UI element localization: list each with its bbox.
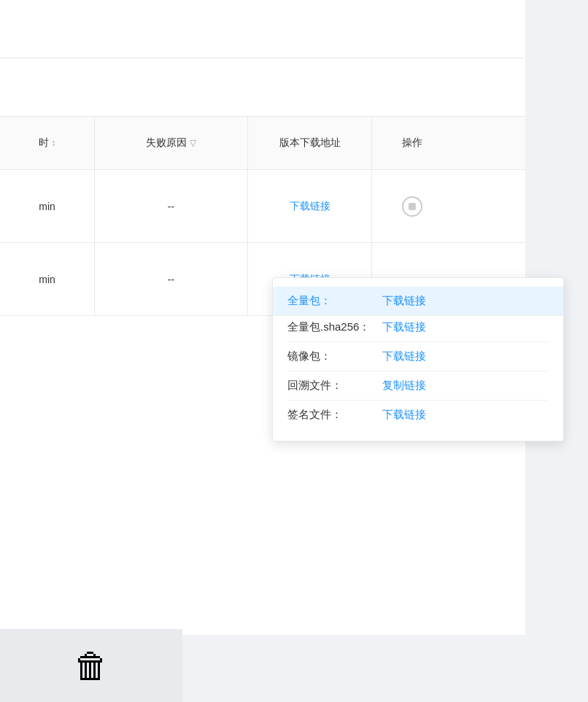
filter-icon[interactable]: ▽ xyxy=(190,137,196,150)
table-row-1: min -- 下载链接 xyxy=(0,170,525,243)
download-link-1[interactable]: 下载链接 xyxy=(290,200,330,213)
cell-time-1: min xyxy=(0,170,95,242)
sort-icon[interactable]: ↕ xyxy=(52,137,56,150)
cell-fail-reason-1: -- xyxy=(95,170,248,242)
popup-label-mirror-package: 镜像包： xyxy=(287,350,382,363)
stop-icon-inner-1 xyxy=(409,203,416,210)
popup-link-sign-file[interactable]: 下载链接 xyxy=(382,408,426,422)
col-download-url-label: 版本下载地址 xyxy=(279,136,341,150)
download-popup: 全量包： 下载链接 全量包.sha256： 下载链接 镜像包： 下载链接 回溯文… xyxy=(272,277,564,441)
popup-label-sign-file: 签名文件： xyxy=(287,408,382,422)
col-header-fail-reason: 失败原因 ▽ xyxy=(95,117,248,169)
time-value-2: min xyxy=(39,274,55,285)
popup-row-full-package: 全量包： 下载链接 xyxy=(273,287,563,316)
time-value-1: min xyxy=(39,201,55,212)
col-operation-label: 操作 xyxy=(402,136,422,150)
table-row-empty-2 xyxy=(0,58,525,117)
page: 时 ↕ 失败原因 ▽ 版本下载地址 操作 min -- 下载链接 xyxy=(0,0,588,702)
popup-row-trace-file: 回溯文件： 复制链接 xyxy=(287,371,549,401)
stop-button-1[interactable] xyxy=(402,196,422,217)
popup-row-sign-file: 签名文件： 下载链接 xyxy=(287,401,549,429)
popup-link-trace-file[interactable]: 复制链接 xyxy=(382,379,426,393)
trash-area: 🗑 xyxy=(0,629,182,702)
table-header: 时 ↕ 失败原因 ▽ 版本下载地址 操作 xyxy=(0,117,525,170)
cell-fail-reason-2: -- xyxy=(95,243,248,315)
popup-row-mirror-package: 镜像包： 下载链接 xyxy=(287,342,549,371)
popup-label-full-package-sha: 全量包.sha256： xyxy=(287,320,382,334)
cell-operation-1 xyxy=(372,170,452,242)
cell-time-2: min xyxy=(0,243,95,315)
col-header-operation: 操作 xyxy=(372,117,452,169)
fail-reason-value-1: -- xyxy=(168,201,174,212)
col-header-time: 时 ↕ xyxy=(0,117,95,169)
popup-row-full-package-sha: 全量包.sha256： 下载链接 xyxy=(287,313,549,342)
popup-label-trace-file: 回溯文件： xyxy=(287,379,382,393)
col-fail-reason-label: 失败原因 xyxy=(146,136,187,150)
trash-icon: 🗑 xyxy=(74,646,109,686)
col-time-label: 时 xyxy=(39,136,49,150)
popup-label-full-package: 全量包： xyxy=(287,294,382,308)
popup-link-full-package-sha[interactable]: 下载链接 xyxy=(382,320,426,334)
table-row-empty-1 xyxy=(0,0,525,58)
fail-reason-value-2: -- xyxy=(168,274,174,285)
popup-link-full-package[interactable]: 下载链接 xyxy=(382,294,426,308)
popup-link-mirror-package[interactable]: 下载链接 xyxy=(382,350,426,363)
cell-download-url-1: 下载链接 xyxy=(248,170,372,242)
col-header-download-url: 版本下载地址 xyxy=(248,117,372,169)
